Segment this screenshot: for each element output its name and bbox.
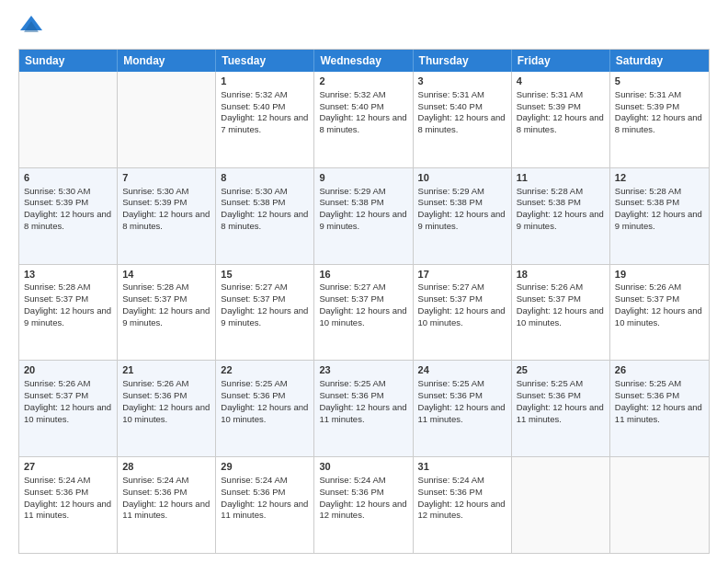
table-row: 31Sunrise: 5:24 AMSunset: 5:36 PMDayligh… [414, 457, 512, 553]
day-number: 23 [319, 363, 407, 377]
table-row: 17Sunrise: 5:27 AMSunset: 5:37 PMDayligh… [414, 265, 512, 361]
week-row-3: 13Sunrise: 5:28 AMSunset: 5:37 PMDayligh… [19, 264, 709, 361]
sunrise-text: Sunrise: 5:30 AM [122, 186, 210, 198]
sunset-text: Sunset: 5:38 PM [517, 197, 605, 209]
table-row: 1Sunrise: 5:32 AMSunset: 5:40 PMDaylight… [216, 72, 314, 167]
daylight-text: Daylight: 12 hours and 8 minutes. [319, 112, 407, 136]
table-row: 5Sunrise: 5:31 AMSunset: 5:39 PMDaylight… [610, 72, 709, 167]
week-row-2: 6Sunrise: 5:30 AMSunset: 5:39 PMDaylight… [19, 167, 709, 264]
calendar-body: 1Sunrise: 5:32 AMSunset: 5:40 PMDaylight… [19, 72, 709, 553]
daylight-text: Daylight: 12 hours and 11 minutes. [221, 499, 309, 523]
daylight-text: Daylight: 12 hours and 8 minutes. [122, 209, 210, 233]
table-row: 22Sunrise: 5:25 AMSunset: 5:36 PMDayligh… [216, 361, 314, 456]
calendar: SundayMondayTuesdayWednesdayThursdayFrid… [18, 49, 710, 554]
calendar-header: SundayMondayTuesdayWednesdayThursdayFrid… [19, 50, 709, 72]
sunrise-text: Sunrise: 5:27 AM [319, 282, 407, 293]
day-number: 3 [418, 75, 506, 88]
sunrise-text: Sunrise: 5:28 AM [24, 282, 112, 293]
table-row: 24Sunrise: 5:25 AMSunset: 5:36 PMDayligh… [414, 361, 512, 456]
sunset-text: Sunset: 5:36 PM [418, 487, 506, 499]
sunset-text: Sunset: 5:38 PM [319, 197, 407, 209]
daylight-text: Daylight: 12 hours and 8 minutes. [418, 112, 506, 136]
sunrise-text: Sunrise: 5:31 AM [418, 89, 506, 101]
daylight-text: Daylight: 12 hours and 10 minutes. [221, 402, 309, 426]
sunset-text: Sunset: 5:40 PM [221, 101, 309, 113]
header-day-wednesday: Wednesday [314, 50, 413, 72]
sunrise-text: Sunrise: 5:28 AM [615, 186, 704, 198]
sunrise-text: Sunrise: 5:26 AM [24, 378, 112, 390]
table-row [610, 457, 709, 553]
day-number: 7 [122, 171, 210, 185]
logo-icon [18, 14, 44, 40]
header-day-sunday: Sunday [19, 50, 118, 72]
table-row: 2Sunrise: 5:32 AMSunset: 5:40 PMDaylight… [314, 72, 413, 167]
table-row: 20Sunrise: 5:26 AMSunset: 5:37 PMDayligh… [19, 361, 118, 456]
sunset-text: Sunset: 5:38 PM [221, 197, 309, 209]
sunset-text: Sunset: 5:36 PM [24, 487, 112, 499]
sunset-text: Sunset: 5:36 PM [122, 487, 210, 499]
day-number: 20 [24, 363, 112, 377]
day-number: 24 [418, 363, 506, 377]
header-day-monday: Monday [118, 50, 216, 72]
table-row: 25Sunrise: 5:25 AMSunset: 5:36 PMDayligh… [512, 361, 610, 456]
sunrise-text: Sunrise: 5:27 AM [418, 282, 506, 293]
header-day-thursday: Thursday [414, 50, 512, 72]
table-row [19, 72, 118, 167]
sunset-text: Sunset: 5:39 PM [24, 197, 112, 209]
sunset-text: Sunset: 5:37 PM [24, 293, 112, 305]
table-row: 21Sunrise: 5:26 AMSunset: 5:36 PMDayligh… [118, 361, 216, 456]
sunrise-text: Sunrise: 5:31 AM [517, 89, 605, 101]
daylight-text: Daylight: 12 hours and 8 minutes. [24, 209, 112, 233]
table-row: 15Sunrise: 5:27 AMSunset: 5:37 PMDayligh… [216, 265, 314, 361]
day-number: 26 [615, 363, 704, 377]
sunrise-text: Sunrise: 5:25 AM [615, 378, 704, 390]
daylight-text: Daylight: 12 hours and 9 minutes. [24, 305, 112, 329]
day-number: 11 [517, 171, 605, 185]
sunrise-text: Sunrise: 5:25 AM [517, 378, 605, 390]
sunrise-text: Sunrise: 5:26 AM [615, 282, 704, 293]
header-day-saturday: Saturday [610, 50, 709, 72]
sunset-text: Sunset: 5:36 PM [221, 487, 309, 499]
day-number: 25 [517, 363, 605, 377]
sunset-text: Sunset: 5:39 PM [615, 101, 704, 113]
day-number: 12 [615, 171, 704, 185]
daylight-text: Daylight: 12 hours and 11 minutes. [615, 402, 704, 426]
sunrise-text: Sunrise: 5:25 AM [418, 378, 506, 390]
daylight-text: Daylight: 12 hours and 8 minutes. [517, 112, 605, 136]
table-row: 13Sunrise: 5:28 AMSunset: 5:37 PMDayligh… [19, 265, 118, 361]
table-row: 18Sunrise: 5:26 AMSunset: 5:37 PMDayligh… [512, 265, 610, 361]
table-row: 9Sunrise: 5:29 AMSunset: 5:38 PMDaylight… [314, 168, 413, 264]
day-number: 28 [122, 460, 210, 474]
daylight-text: Daylight: 12 hours and 10 minutes. [319, 305, 407, 329]
sunset-text: Sunset: 5:36 PM [418, 390, 506, 402]
sunset-text: Sunset: 5:36 PM [319, 390, 407, 402]
day-number: 17 [418, 268, 506, 282]
day-number: 16 [319, 268, 407, 282]
day-number: 21 [122, 363, 210, 377]
sunrise-text: Sunrise: 5:27 AM [221, 282, 309, 293]
sunset-text: Sunset: 5:37 PM [319, 293, 407, 305]
sunset-text: Sunset: 5:36 PM [615, 390, 704, 402]
day-number: 4 [517, 75, 605, 88]
daylight-text: Daylight: 12 hours and 10 minutes. [517, 305, 605, 329]
sunrise-text: Sunrise: 5:28 AM [517, 186, 605, 198]
sunset-text: Sunset: 5:37 PM [122, 293, 210, 305]
sunrise-text: Sunrise: 5:31 AM [615, 89, 704, 101]
table-row: 3Sunrise: 5:31 AMSunset: 5:40 PMDaylight… [414, 72, 512, 167]
sunrise-text: Sunrise: 5:28 AM [122, 282, 210, 293]
day-number: 2 [319, 75, 407, 88]
daylight-text: Daylight: 12 hours and 12 minutes. [319, 499, 407, 523]
table-row: 26Sunrise: 5:25 AMSunset: 5:36 PMDayligh… [610, 361, 709, 456]
sunset-text: Sunset: 5:36 PM [221, 390, 309, 402]
sunset-text: Sunset: 5:40 PM [418, 101, 506, 113]
day-number: 8 [221, 171, 309, 185]
daylight-text: Daylight: 12 hours and 9 minutes. [615, 209, 704, 233]
sunrise-text: Sunrise: 5:32 AM [319, 89, 407, 101]
table-row: 6Sunrise: 5:30 AMSunset: 5:39 PMDaylight… [19, 168, 118, 264]
day-number: 14 [122, 268, 210, 282]
daylight-text: Daylight: 12 hours and 11 minutes. [517, 402, 605, 426]
sunrise-text: Sunrise: 5:32 AM [221, 89, 309, 101]
header-day-tuesday: Tuesday [216, 50, 314, 72]
daylight-text: Daylight: 12 hours and 9 minutes. [221, 305, 309, 329]
day-number: 13 [24, 268, 112, 282]
